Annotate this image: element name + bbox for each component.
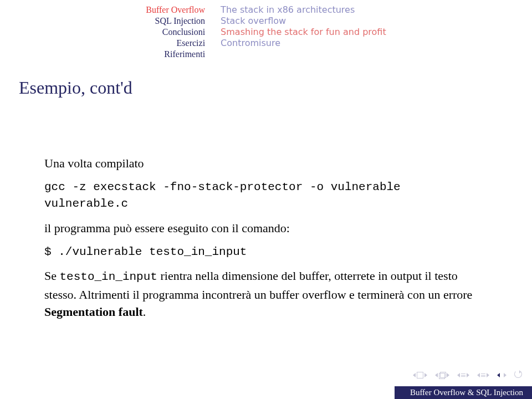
code-line: gcc -z execstack -fno-stack-protector -o… xyxy=(44,179,488,213)
nav-reload[interactable] xyxy=(514,370,522,380)
section-item[interactable]: Riferimenti xyxy=(146,49,205,60)
section-item[interactable]: Buffer Overflow xyxy=(146,4,205,16)
nav-sections[interactable] xyxy=(457,373,469,377)
section-item[interactable]: Conclusioni xyxy=(146,27,205,38)
subsection-item[interactable]: Contromisure xyxy=(221,38,386,49)
footer-short-title: Buffer Overflow & SQL Injection xyxy=(395,386,532,399)
nav-frames[interactable] xyxy=(435,372,449,378)
paragraph: il programma può essere eseguito con il … xyxy=(44,219,488,237)
subsection-item[interactable]: The stack in x86 architectures xyxy=(221,4,386,16)
text-run: . xyxy=(143,305,146,319)
section-item[interactable]: Esercizi xyxy=(146,38,205,49)
subsection-item[interactable]: Smashing the stack for fun and profit xyxy=(221,27,386,38)
nav-back-forward[interactable] xyxy=(497,371,507,380)
subsection-item[interactable]: Stack overflow xyxy=(221,16,386,27)
paragraph: Se testo_in_input rientra nella dimensio… xyxy=(44,267,488,321)
subsection-list: The stack in x86 architectures Stack ove… xyxy=(213,4,386,60)
inline-code: testo_in_input xyxy=(60,270,157,283)
nav-subsections[interactable] xyxy=(477,373,489,377)
text-run: Se xyxy=(44,269,60,283)
slide-content: Una volta compilato gcc -z execstack -fn… xyxy=(0,98,532,321)
beamer-header: Buffer Overflow SQL Injection Conclusion… xyxy=(0,0,532,60)
section-item[interactable]: SQL Injection xyxy=(146,16,205,27)
beamer-nav-bar xyxy=(413,370,523,380)
code-line: $ ./vulnerable testo_in_input xyxy=(44,244,488,260)
text-bold: Segmentation fault xyxy=(44,305,143,319)
slide-title: Esempio, cont'd xyxy=(0,60,532,98)
paragraph: Una volta compilato xyxy=(44,155,488,172)
section-list: Buffer Overflow SQL Injection Conclusion… xyxy=(146,4,213,60)
nav-first[interactable] xyxy=(413,372,427,378)
